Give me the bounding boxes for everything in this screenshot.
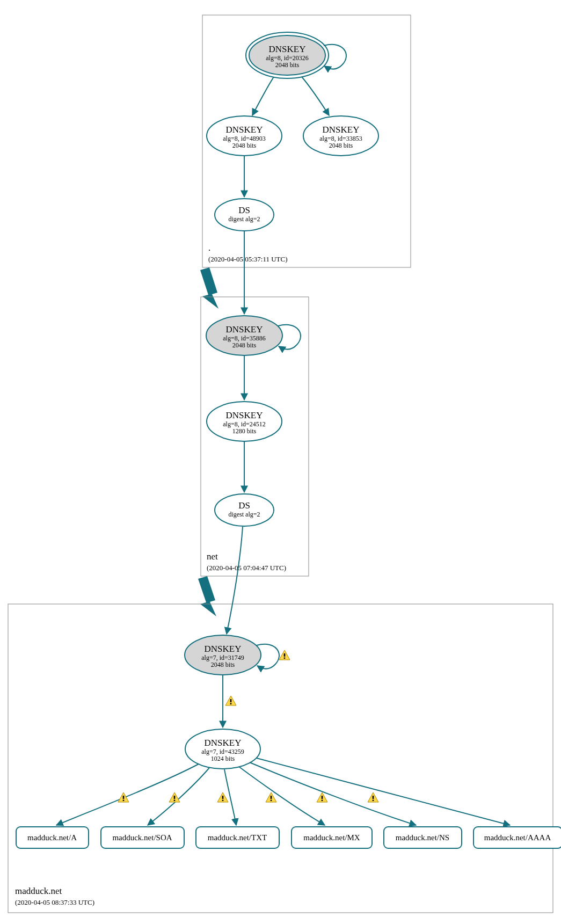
node-mad-ksk-line1: alg=7, id=31749 xyxy=(201,654,244,661)
edge-madzsk-a xyxy=(56,764,199,825)
rr-a: madduck.net/A xyxy=(16,827,89,848)
warning-icon xyxy=(118,792,129,802)
zone-arrow-root-net xyxy=(200,267,218,309)
node-mad-ksk-line2: 2048 bits xyxy=(211,661,235,668)
zone-net-name: net xyxy=(207,551,218,562)
node-root-zsk2-line2: 2048 bits xyxy=(329,142,353,149)
node-net-zsk-line1: alg=8, id=24512 xyxy=(223,420,266,428)
zone-box-madduck xyxy=(8,604,553,913)
node-root-zsk-33853: DNSKEY alg=8, id=33853 2048 bits xyxy=(303,116,378,156)
zone-madduck-timestamp: (2020-04-05 08:37:33 UTC) xyxy=(15,898,94,906)
node-mad-zsk-title: DNSKEY xyxy=(205,738,242,748)
rr-txt: madduck.net/TXT xyxy=(196,827,279,848)
node-net-ksk: DNSKEY alg=8, id=35886 2048 bits xyxy=(206,316,282,355)
node-madduck-zsk: DNSKEY alg=7, id=43259 1024 bits xyxy=(185,729,260,769)
node-root-zsk1-title: DNSKEY xyxy=(226,125,263,135)
rr-ns: madduck.net/NS xyxy=(384,827,462,848)
rr-mx-label: madduck.net/MX xyxy=(303,833,360,842)
rr-ns-label: madduck.net/NS xyxy=(396,833,449,842)
node-root-ksk-line2: 2048 bits xyxy=(275,61,300,69)
rr-txt-label: madduck.net/TXT xyxy=(208,833,267,842)
edge-netds-madksk xyxy=(227,527,243,634)
node-net-ds-title: DS xyxy=(238,500,250,511)
node-root-zsk2-title: DNSKEY xyxy=(323,125,360,135)
node-root-ds: DS digest alg=2 xyxy=(215,199,274,231)
node-mad-ksk-title: DNSKEY xyxy=(205,644,242,654)
node-mad-zsk-line2: 1024 bits xyxy=(211,755,235,762)
edge-madzsk-txt xyxy=(224,769,236,825)
node-net-ds: DS digest alg=2 xyxy=(215,494,274,526)
node-net-zsk-line2: 1280 bits xyxy=(232,427,257,435)
dnssec-diagram: . (2020-04-05 05:37:11 UTC) DNSKEY alg=8… xyxy=(0,0,561,924)
edge-madzsk-aaaa xyxy=(257,758,510,825)
edge-madzsk-soa xyxy=(148,768,209,825)
node-root-ksk-title: DNSKEY xyxy=(269,44,306,54)
warning-icon xyxy=(217,792,228,802)
zone-madduck-name: madduck.net xyxy=(15,886,62,896)
rr-aaaa-label: madduck.net/AAAA xyxy=(484,833,551,842)
warning-icon xyxy=(368,792,378,802)
node-root-ksk: DNSKEY alg=8, id=20326 2048 bits xyxy=(246,32,329,78)
rr-soa: madduck.net/SOA xyxy=(101,827,184,848)
zone-root-name: . xyxy=(208,243,210,253)
node-root-zsk1-line2: 2048 bits xyxy=(232,142,257,149)
rr-mx: madduck.net/MX xyxy=(292,827,372,848)
zone-arrow-net-madduck xyxy=(198,576,216,616)
warning-icon xyxy=(266,792,276,802)
node-net-zsk-title: DNSKEY xyxy=(226,410,263,420)
zone-net-timestamp: (2020-04-05 07:04:47 UTC) xyxy=(207,564,286,572)
node-net-ksk-title: DNSKEY xyxy=(226,324,263,334)
node-madduck-ksk: DNSKEY alg=7, id=31749 2048 bits xyxy=(185,635,261,675)
warning-icon xyxy=(317,792,327,802)
zone-root-timestamp: (2020-04-05 05:37:11 UTC) xyxy=(208,255,288,263)
node-mad-zsk-line1: alg=7, id=43259 xyxy=(201,748,244,755)
edge-rootksk-zsk2 xyxy=(302,77,329,115)
edge-rootksk-zsk1 xyxy=(252,77,274,115)
node-net-zsk: DNSKEY alg=8, id=24512 1280 bits xyxy=(207,402,282,441)
node-root-ds-title: DS xyxy=(238,205,250,215)
node-root-zsk2-line1: alg=8, id=33853 xyxy=(319,135,362,142)
rr-aaaa: madduck.net/AAAA xyxy=(473,827,561,848)
rr-soa-label: madduck.net/SOA xyxy=(112,833,172,842)
node-net-ds-line1: digest alg=2 xyxy=(228,511,260,518)
node-root-zsk-48903: DNSKEY alg=8, id=48903 2048 bits xyxy=(207,116,282,156)
node-root-zsk1-line1: alg=8, id=48903 xyxy=(223,135,266,142)
node-net-ksk-line1: alg=8, id=35886 xyxy=(223,334,266,342)
warning-icon xyxy=(279,650,290,660)
warning-icon xyxy=(169,792,180,802)
node-net-ksk-line2: 2048 bits xyxy=(232,341,257,349)
warning-icon xyxy=(225,696,236,705)
node-root-ksk-line1: alg=8, id=20326 xyxy=(266,54,309,62)
rr-a-label: madduck.net/A xyxy=(27,833,77,842)
node-root-ds-line1: digest alg=2 xyxy=(228,215,260,223)
